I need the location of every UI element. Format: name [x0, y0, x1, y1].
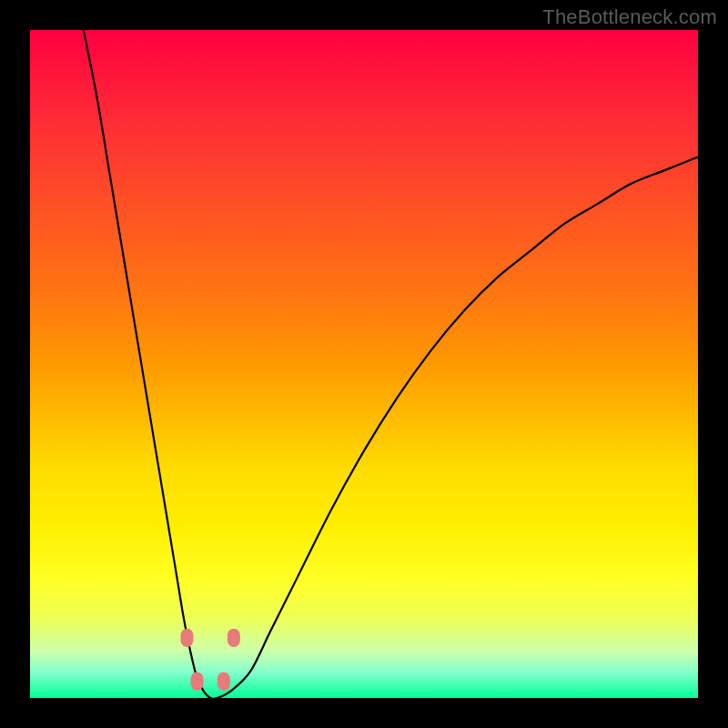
curve-marker [217, 672, 230, 691]
marker-group [180, 629, 239, 691]
plot-area [30, 30, 698, 698]
curve-layer [30, 30, 698, 698]
bottleneck-curve [84, 30, 698, 699]
curve-marker [228, 629, 240, 647]
watermark-text: TheBottleneck.com [542, 5, 717, 29]
curve-marker [191, 672, 204, 691]
chart-frame: TheBottleneck.com [0, 0, 728, 728]
curve-marker [180, 629, 193, 647]
